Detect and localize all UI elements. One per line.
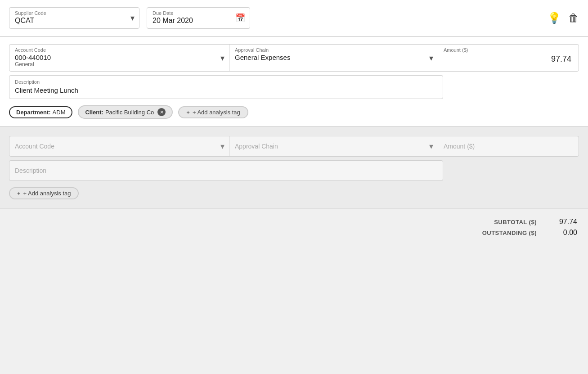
add-tag-plus-icon: +: [186, 109, 190, 116]
top-actions: 💡 🗑: [548, 12, 579, 24]
supplier-dropdown-icon[interactable]: ▾: [130, 13, 135, 23]
supplier-code-label: Supplier Code: [15, 10, 134, 16]
line1-approval-dropdown-icon[interactable]: ▾: [429, 53, 433, 63]
line2-approval-dropdown-icon[interactable]: ▾: [429, 141, 433, 151]
supplier-code-field[interactable]: Supplier Code QCAT ▾: [9, 7, 139, 29]
top-section: Supplier Code QCAT ▾ Due Date 20 Mar 202…: [0, 0, 588, 36]
line1-tags-row: Department: ADM Client: Pacific Building…: [9, 105, 579, 119]
footer-outstanding-row: OUTSTANDING ($) 0.00: [465, 229, 577, 237]
tag-department-val: ADM: [53, 109, 66, 116]
line2-description-placeholder: Description: [15, 167, 46, 174]
line1-account-code-sub: General: [15, 61, 211, 68]
bulb-icon[interactable]: 💡: [548, 12, 561, 24]
subtotal-value: 97.74: [546, 218, 577, 226]
line1-approval-chain-field[interactable]: Approval Chain General Expenses ▾: [229, 44, 438, 72]
line1-account-code-field[interactable]: Account Code 000-440010 General ▾: [9, 44, 229, 72]
trash-icon[interactable]: 🗑: [568, 12, 579, 24]
line-item-2: Account Code ▾ Approval Chain ▾ Amount (…: [0, 126, 588, 208]
line1-account-dropdown-icon[interactable]: ▾: [220, 53, 224, 63]
line2-account-code-field[interactable]: Account Code ▾: [9, 136, 229, 157]
line1-desc-row: Description Client Meeting Lunch: [9, 72, 579, 99]
outstanding-value: 0.00: [546, 229, 577, 237]
tag-client-key: Client:: [85, 109, 103, 116]
due-date-value: 20 Mar 2020: [153, 17, 193, 24]
line1-amount-label: Amount ($): [444, 47, 571, 53]
line2-add-tag-label: + Add analysis tag: [23, 190, 71, 197]
page: Supplier Code QCAT ▾ Due Date 20 Mar 202…: [0, 0, 588, 374]
outstanding-label: OUTSTANDING ($): [465, 230, 537, 236]
line2-approval-chain-field[interactable]: Approval Chain ▾: [229, 136, 438, 157]
line2-description-field[interactable]: Description: [9, 160, 443, 181]
supplier-code-value: QCAT: [15, 17, 34, 24]
line2-account-dropdown-icon[interactable]: ▾: [220, 141, 224, 151]
footer: SUBTOTAL ($) 97.74 OUTSTANDING ($) 0.00: [0, 208, 588, 246]
line1-account-code-label: Account Code: [15, 47, 211, 53]
line2-approval-chain-placeholder: Approval Chain: [235, 143, 278, 150]
line2-top-row: Account Code ▾ Approval Chain ▾ Amount (…: [9, 136, 579, 157]
line1-approval-chain-value: General Expenses: [235, 54, 420, 61]
tag-department[interactable]: Department: ADM: [9, 106, 72, 118]
line2-add-tag-button[interactable]: + + Add analysis tag: [9, 187, 79, 199]
line1-account-code-value: 000-440010: [15, 54, 211, 61]
line1-description-field[interactable]: Description Client Meeting Lunch: [9, 75, 443, 99]
due-date-label: Due Date: [153, 10, 244, 16]
line2-tags-row: + + Add analysis tag: [9, 187, 579, 199]
tag-client-remove-button[interactable]: ✕: [157, 108, 166, 116]
line2-amount-field[interactable]: Amount ($): [438, 136, 579, 157]
line1-top-row: Account Code 000-440010 General ▾ Approv…: [9, 44, 579, 72]
line1-description-label: Description: [15, 79, 437, 85]
line2-amount-placeholder: Amount ($): [444, 143, 475, 150]
line1-add-tag-label: + Add analysis tag: [193, 109, 240, 116]
footer-subtotal-row: SUBTOTAL ($) 97.74: [465, 218, 577, 226]
line1-amount-field[interactable]: Amount ($) 97.74: [438, 44, 579, 72]
line-item-1: Account Code 000-440010 General ▾ Approv…: [0, 37, 588, 126]
due-date-field[interactable]: Due Date 20 Mar 2020 📅: [147, 7, 250, 29]
line2-account-code-placeholder: Account Code: [15, 143, 54, 150]
line1-description-value: Client Meeting Lunch: [15, 86, 437, 94]
tag-client-val: Pacific Building Co: [105, 109, 154, 116]
line1-approval-chain-label: Approval Chain: [235, 47, 420, 53]
subtotal-label: SUBTOTAL ($): [465, 219, 537, 225]
tag-client[interactable]: Client: Pacific Building Co ✕: [78, 105, 173, 119]
line1-amount-value: 97.74: [444, 54, 571, 64]
tag-department-key: Department:: [16, 109, 51, 116]
line2-desc-row: Description: [9, 157, 579, 181]
calendar-icon[interactable]: 📅: [235, 13, 245, 23]
line1-add-tag-button[interactable]: + + Add analysis tag: [178, 106, 248, 118]
line2-add-tag-plus-icon: +: [17, 190, 21, 197]
